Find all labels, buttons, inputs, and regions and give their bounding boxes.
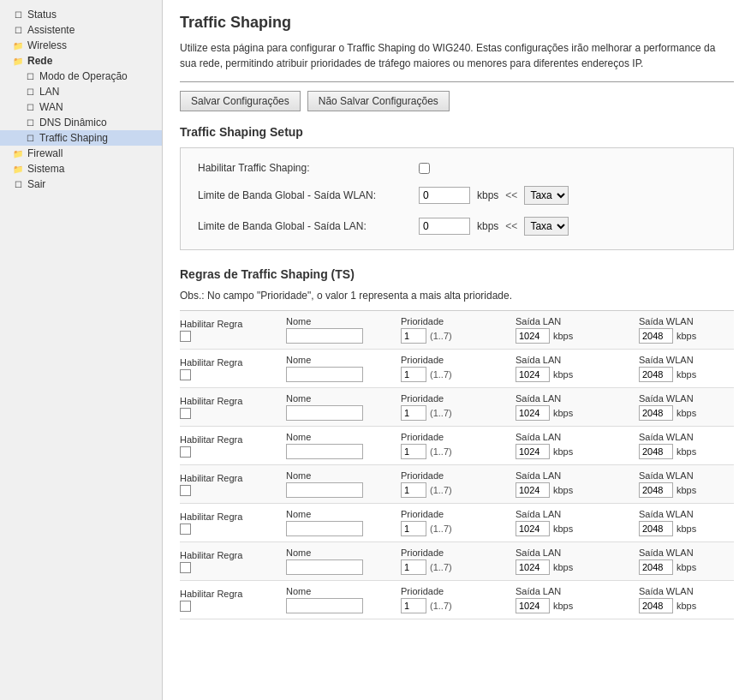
- nome-input[interactable]: [286, 444, 363, 459]
- saida-wlan-input[interactable]: [639, 598, 673, 613]
- saida-wlan-input[interactable]: [639, 328, 673, 344]
- sidebar-item-modo-operacao[interactable]: ☐ Modo de Operação: [0, 69, 162, 84]
- saida-lan-input[interactable]: [516, 559, 550, 575]
- sidebar-item-traffic-shaping[interactable]: ☐ Traffic Shaping: [0, 130, 162, 146]
- prioridade-input[interactable]: [401, 405, 426, 421]
- prioridade-input[interactable]: [401, 521, 426, 536]
- sidebar-item-wireless[interactable]: 📁 Wireless: [0, 38, 162, 53]
- nome-input[interactable]: [286, 367, 363, 382]
- prioridade-input-row: (1..7): [401, 559, 512, 575]
- saida-lan-input-row: kbps: [516, 367, 635, 382]
- nome-input[interactable]: [286, 559, 363, 575]
- prioridade-input[interactable]: [401, 559, 426, 575]
- saida-wlan-group: Saída WLAN kbps: [639, 432, 751, 459]
- habilitar-checkbox[interactable]: [180, 408, 191, 419]
- sidebar-item-assistente[interactable]: ☐ Assistente: [0, 22, 162, 38]
- saida-lan-kbps: kbps: [553, 524, 573, 534]
- saida-wlan-input[interactable]: [639, 367, 673, 382]
- lan-select[interactable]: Taxa: [524, 217, 569, 236]
- saida-wlan-input[interactable]: [639, 559, 673, 575]
- habilitar-checkbox[interactable]: [180, 331, 191, 342]
- habilitar-input-row: [180, 331, 283, 342]
- prioridade-group: Prioridade (1..7): [401, 586, 512, 613]
- saida-lan-kbps: kbps: [553, 562, 573, 572]
- sidebar-item-rede[interactable]: 📁 Rede: [0, 53, 162, 69]
- saida-lan-group: Saída LAN kbps: [516, 586, 635, 613]
- saida-wlan-group: Saída WLAN kbps: [639, 393, 751, 421]
- prioridade-input[interactable]: [401, 367, 426, 382]
- saida-lan-input[interactable]: [516, 405, 550, 421]
- sidebar-item-lan[interactable]: ☐ LAN: [0, 84, 162, 99]
- range-label: (1..7): [430, 485, 452, 495]
- wlan-select[interactable]: Taxa: [524, 186, 569, 205]
- habilitar-checkbox[interactable]: [180, 562, 191, 573]
- nome-group: Nome: [286, 547, 397, 575]
- table-row: Habilitar Regra Nome Prioridade (1..7) S…: [180, 427, 734, 465]
- prioridade-label: Prioridade: [401, 470, 512, 481]
- saida-wlan-input-row: kbps: [639, 405, 751, 421]
- saida-wlan-label: Saída WLAN: [639, 470, 751, 481]
- sidebar-item-status[interactable]: ☐ Status: [0, 7, 162, 22]
- nome-input[interactable]: [286, 521, 363, 536]
- habilitar-checkbox[interactable]: [180, 446, 191, 458]
- nome-input[interactable]: [286, 598, 363, 613]
- sidebar-item-sair[interactable]: ☐ Sair: [0, 176, 162, 192]
- saida-wlan-input-row: kbps: [639, 367, 751, 382]
- prioridade-label: Prioridade: [401, 355, 512, 365]
- nome-input-row: [286, 328, 397, 344]
- habilitar-label: Habilitar Regra: [180, 589, 283, 599]
- enable-checkbox[interactable]: [419, 163, 430, 174]
- saida-wlan-kbps: kbps: [676, 408, 696, 418]
- saida-lan-input[interactable]: [516, 444, 550, 459]
- habilitar-checkbox[interactable]: [180, 524, 191, 535]
- checkbox-icon: ☐: [24, 117, 36, 129]
- range-label: (1..7): [430, 408, 452, 418]
- saida-lan-kbps: kbps: [553, 446, 573, 457]
- saida-wlan-input[interactable]: [639, 405, 673, 421]
- nome-label: Nome: [286, 355, 397, 365]
- sidebar-item-sistema[interactable]: 📁 Sistema: [0, 161, 162, 176]
- prioridade-input[interactable]: [401, 598, 426, 613]
- save-button[interactable]: Salvar Configurações: [180, 91, 301, 111]
- saida-lan-input[interactable]: [516, 521, 550, 536]
- no-save-button[interactable]: Não Salvar Configurações: [307, 91, 450, 111]
- prioridade-input[interactable]: [401, 482, 426, 498]
- saida-lan-group: Saída LAN kbps: [516, 547, 635, 575]
- habilitar-checkbox[interactable]: [180, 369, 191, 380]
- saida-lan-group: Saída LAN kbps: [516, 432, 635, 459]
- habilitar-input-row: [180, 446, 283, 458]
- prioridade-input[interactable]: [401, 444, 426, 459]
- nome-input[interactable]: [286, 328, 363, 344]
- saida-wlan-input-row: kbps: [639, 559, 751, 575]
- saida-wlan-kbps: kbps: [676, 601, 696, 611]
- saida-wlan-input[interactable]: [639, 482, 673, 498]
- saida-wlan-label: Saída WLAN: [639, 316, 751, 326]
- habilitar-checkbox[interactable]: [180, 485, 191, 496]
- wlan-input[interactable]: [419, 187, 470, 204]
- habilitar-group: Habilitar Regra: [180, 396, 283, 419]
- nome-input[interactable]: [286, 405, 363, 421]
- prioridade-input[interactable]: [401, 328, 426, 344]
- nome-input[interactable]: [286, 482, 363, 498]
- saida-lan-input[interactable]: [516, 598, 550, 613]
- saida-wlan-kbps: kbps: [676, 485, 696, 495]
- lan-input[interactable]: [419, 218, 470, 235]
- saida-wlan-input[interactable]: [639, 521, 673, 536]
- habilitar-input-row: [180, 562, 283, 573]
- sidebar-item-dns-dinamico[interactable]: ☐ DNS Dinâmico: [0, 115, 162, 130]
- saida-lan-label: Saída LAN: [516, 470, 635, 481]
- sidebar-item-wan[interactable]: ☐ WAN: [0, 99, 162, 115]
- saida-lan-input[interactable]: [516, 367, 550, 382]
- saida-lan-input[interactable]: [516, 482, 550, 498]
- sidebar-item-firewall[interactable]: 📁 Firewall: [0, 146, 162, 161]
- habilitar-label: Habilitar Regra: [180, 396, 283, 406]
- nome-label: Nome: [286, 316, 397, 326]
- saida-wlan-input[interactable]: [639, 444, 673, 459]
- saida-wlan-kbps: kbps: [676, 524, 696, 534]
- habilitar-group: Habilitar Regra: [180, 434, 283, 458]
- table-row: Habilitar Regra Nome Prioridade (1..7) S…: [180, 542, 734, 581]
- saida-lan-input-row: kbps: [516, 559, 635, 575]
- habilitar-checkbox[interactable]: [180, 601, 191, 612]
- saida-lan-input[interactable]: [516, 328, 550, 344]
- saida-lan-kbps: kbps: [553, 601, 573, 611]
